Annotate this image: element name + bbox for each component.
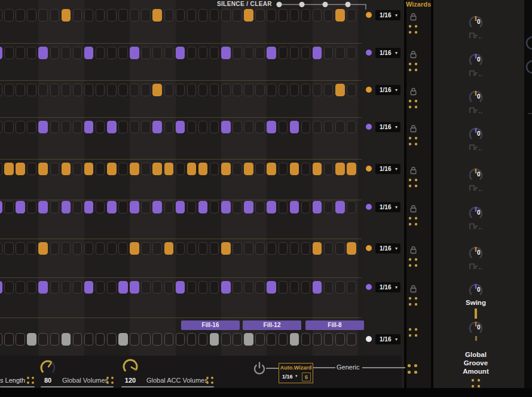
step-cell[interactable]: [244, 281, 253, 294]
step-cell[interactable]: [279, 201, 288, 213]
step-cell[interactable]: [130, 333, 139, 346]
step-cell[interactable]: [255, 281, 265, 294]
step-cell[interactable]: [0, 163, 2, 175]
step-cell[interactable]: [244, 47, 253, 59]
step-cell[interactable]: [118, 242, 128, 255]
step-cell[interactable]: [335, 333, 345, 346]
step-cell[interactable]: [164, 281, 174, 294]
row-rate-dropdown[interactable]: 1/16▾: [375, 164, 400, 174]
step-cell[interactable]: [324, 242, 334, 255]
step-cell[interactable]: [324, 47, 334, 59]
step-cell[interactable]: [73, 47, 82, 59]
generic-wizard-dice-icon[interactable]: [406, 363, 418, 375]
row-lock-icon[interactable]: [409, 87, 417, 96]
step-cell[interactable]: [267, 242, 276, 255]
global-acc-volumes-value[interactable]: 120: [121, 377, 139, 384]
swing-knob[interactable]: [467, 320, 484, 337]
step-cell[interactable]: [0, 242, 2, 255]
row-groove-knob[interactable]: [467, 282, 484, 299]
step-cell[interactable]: [187, 242, 197, 255]
fill-button[interactable]: Fill-16: [181, 320, 240, 330]
step-cell[interactable]: [4, 84, 14, 96]
row-activity-dot[interactable]: [366, 87, 372, 93]
step-cell[interactable]: [279, 281, 288, 294]
step-cell[interactable]: [210, 242, 219, 255]
step-cell[interactable]: [50, 333, 60, 346]
step-cell[interactable]: [164, 201, 174, 213]
step-cell[interactable]: [96, 281, 105, 294]
row-activity-dot[interactable]: [366, 166, 372, 172]
step-cell[interactable]: [73, 242, 82, 255]
row-activity-dot[interactable]: [366, 50, 372, 56]
step-cell[interactable]: [141, 201, 151, 213]
step-cell[interactable]: [4, 242, 14, 255]
step-cell[interactable]: [141, 121, 151, 133]
step-cell[interactable]: [313, 242, 322, 255]
step-cell[interactable]: [50, 281, 60, 294]
row-rate-dropdown[interactable]: 1/16▾: [375, 48, 400, 58]
step-cell[interactable]: [96, 242, 105, 255]
step-cell[interactable]: [176, 333, 185, 346]
pattern-preset-icon[interactable]: [469, 262, 483, 270]
step-cell[interactable]: [198, 281, 208, 294]
step-cell[interactable]: [290, 242, 299, 255]
step-cell[interactable]: [347, 242, 356, 255]
step-cell[interactable]: [198, 333, 208, 346]
pattern-preset-icon[interactable]: [469, 69, 483, 77]
row-lock-icon[interactable]: [409, 13, 417, 21]
step-cell[interactable]: [324, 333, 334, 346]
step-cell[interactable]: [50, 201, 60, 213]
power-icon[interactable]: [252, 361, 267, 375]
step-cell[interactable]: [84, 242, 94, 255]
row-activity-dot[interactable]: [366, 204, 372, 210]
step-cell[interactable]: [187, 201, 197, 213]
step-cell[interactable]: [107, 84, 117, 96]
step-cell[interactable]: [96, 163, 105, 175]
step-cell[interactable]: [62, 84, 71, 96]
step-cell[interactable]: [279, 242, 288, 255]
step-cell[interactable]: [290, 121, 299, 133]
step-cell[interactable]: [107, 333, 117, 346]
step-cell[interactable]: [335, 47, 345, 59]
step-cell[interactable]: [118, 333, 128, 346]
step-cell[interactable]: [244, 84, 253, 96]
step-cell[interactable]: [27, 121, 36, 133]
step-cell[interactable]: [27, 333, 36, 346]
step-cell[interactable]: [221, 333, 231, 346]
step-cell[interactable]: [96, 84, 105, 96]
step-cell[interactable]: [255, 47, 265, 59]
step-cell[interactable]: [152, 201, 162, 213]
swing-amount-slider[interactable]: [475, 309, 477, 319]
step-cell[interactable]: [176, 47, 185, 59]
step-cell[interactable]: [335, 242, 345, 255]
row-rate-dropdown[interactable]: 1/16▾: [375, 10, 400, 20]
step-cell[interactable]: [0, 47, 2, 59]
steps-length-slider[interactable]: [0, 386, 35, 387]
step-cell[interactable]: [96, 333, 105, 346]
row-wizard-dice-icon[interactable]: [408, 178, 418, 188]
step-cell[interactable]: [107, 242, 117, 255]
step-cell[interactable]: [38, 201, 48, 213]
row-groove-knob[interactable]: [467, 52, 484, 69]
step-cell[interactable]: [4, 281, 14, 294]
step-cell[interactable]: [38, 242, 48, 255]
pattern-preset-icon[interactable]: [469, 106, 483, 114]
row-activity-dot[interactable]: [366, 245, 372, 251]
step-cell[interactable]: [84, 121, 94, 133]
step-cell[interactable]: [152, 163, 162, 175]
step-cell[interactable]: [221, 47, 231, 59]
step-cell[interactable]: [313, 163, 322, 175]
step-cell[interactable]: [141, 242, 151, 255]
pattern-preset-icon[interactable]: [469, 184, 483, 192]
step-cell[interactable]: [255, 201, 265, 213]
step-cell[interactable]: [27, 163, 36, 175]
step-cell[interactable]: [84, 47, 94, 59]
step-cell[interactable]: [313, 121, 322, 133]
step-cell[interactable]: [324, 121, 334, 133]
row-groove-knob[interactable]: [467, 126, 484, 143]
step-cell[interactable]: [141, 84, 151, 96]
step-cell[interactable]: [4, 163, 14, 175]
fill-button[interactable]: Fill-12: [243, 320, 301, 330]
step-cell[interactable]: [84, 333, 94, 346]
step-cell[interactable]: [233, 201, 242, 213]
